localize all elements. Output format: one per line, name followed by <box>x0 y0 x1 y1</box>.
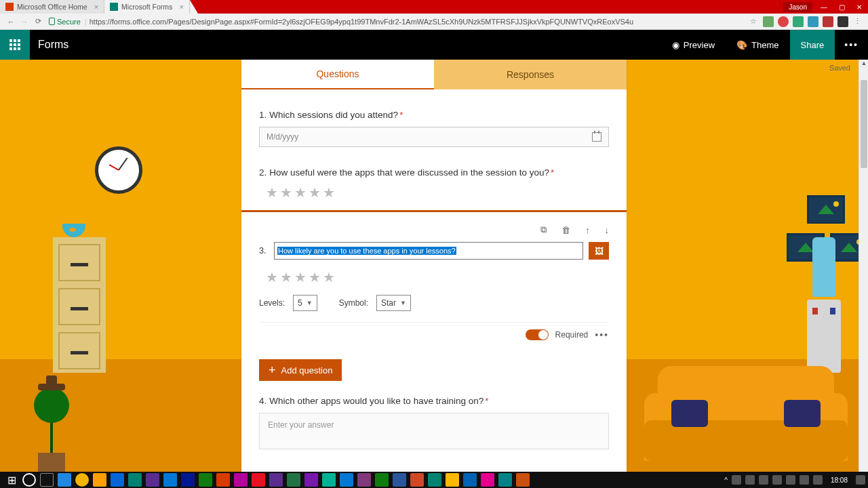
taskbar-app-icon[interactable] <box>304 473 318 487</box>
tray-icon[interactable] <box>745 475 755 485</box>
taskbar-app-icon[interactable] <box>163 473 177 487</box>
app-launcher-button[interactable] <box>0 30 30 60</box>
taskbar-app-icon[interactable] <box>498 473 512 487</box>
taskbar-clock[interactable]: 18:08 <box>831 476 848 484</box>
move-up-button[interactable]: ↑ <box>585 225 590 235</box>
star-icon[interactable]: ★ <box>280 269 292 285</box>
star-icon[interactable]: ★ <box>323 184 335 201</box>
share-button[interactable]: Share <box>790 30 835 60</box>
tab-responses[interactable]: Responses <box>434 60 627 89</box>
tray-battery-icon[interactable] <box>813 475 823 485</box>
scrollbar-thumb[interactable] <box>861 80 867 168</box>
start-button[interactable]: ⊞ <box>5 473 18 487</box>
extension-icon[interactable] <box>837 16 848 27</box>
nav-forward-button[interactable]: → <box>18 18 31 26</box>
window-minimize-button[interactable]: — <box>815 0 833 14</box>
taskbar-app-icon[interactable] <box>340 473 353 487</box>
taskbar-app-icon[interactable] <box>111 473 124 487</box>
nav-back-button[interactable]: ← <box>4 18 18 26</box>
window-maximize-button[interactable]: ▢ <box>833 0 850 14</box>
tray-wifi-icon[interactable] <box>786 475 795 485</box>
taskbar-app-icon[interactable] <box>199 473 212 487</box>
star-icon[interactable]: ★ <box>309 184 321 201</box>
extension-icon[interactable] <box>793 16 804 27</box>
question-number: 4. <box>259 396 267 406</box>
taskbar-app-icon[interactable] <box>463 473 477 487</box>
tray-icon[interactable] <box>759 475 768 485</box>
taskbar-app-icon[interactable] <box>287 473 300 487</box>
header-more-button[interactable]: ••• <box>835 39 868 50</box>
required-toggle[interactable] <box>526 329 549 340</box>
window-close-button[interactable]: ✕ <box>850 0 868 14</box>
taskbar-app-icon[interactable] <box>269 473 283 487</box>
tab-questions[interactable]: Questions <box>241 60 434 89</box>
taskbar-app-icon[interactable] <box>252 473 265 487</box>
star-icon[interactable]: ★ <box>294 269 307 285</box>
star-icon[interactable]: ★ <box>266 269 278 285</box>
url-text[interactable]: https://forms.office.com/Pages/DesignPag… <box>90 18 746 26</box>
text-answer-input[interactable]: Enter your answer <box>259 413 609 449</box>
taskbar-app-icon[interactable] <box>446 473 459 487</box>
star-icon[interactable]: ★ <box>294 184 307 201</box>
star-icon[interactable]: ★ <box>323 269 335 285</box>
scroll-up-button[interactable]: ▲ <box>859 60 868 69</box>
insert-media-button[interactable]: 🖼 <box>589 242 609 260</box>
cortana-button[interactable] <box>22 473 36 487</box>
star-icon[interactable]: ★ <box>266 184 278 201</box>
tab-close-icon[interactable]: × <box>94 3 98 11</box>
taskbar-app-icon[interactable] <box>75 473 89 487</box>
question-1-title[interactable]: 1.Which sessions did you attend?* <box>259 110 609 120</box>
taskbar-app-icon[interactable] <box>375 473 389 487</box>
levels-dropdown[interactable]: 5 ▼ <box>293 295 317 311</box>
add-question-button[interactable]: + Add question <box>259 359 342 381</box>
taskbar-app-icon[interactable] <box>393 473 406 487</box>
taskbar-app-icon[interactable] <box>516 473 530 487</box>
star-icon[interactable]: ★ <box>280 184 292 201</box>
extension-icon[interactable] <box>808 16 818 27</box>
question-more-button[interactable]: ••• <box>595 329 609 340</box>
rating-stars-preview[interactable]: ★★★★★ <box>266 269 609 285</box>
star-icon[interactable]: ★ <box>309 269 321 285</box>
action-center-icon[interactable] <box>856 475 865 485</box>
taskbar-app-icon[interactable] <box>234 473 248 487</box>
symbol-dropdown[interactable]: Star ▼ <box>376 295 411 311</box>
extension-icon[interactable] <box>823 16 833 27</box>
chrome-menu-button[interactable]: ⋮ <box>850 17 864 26</box>
extension-icon[interactable] <box>763 16 774 27</box>
tray-icon[interactable] <box>732 475 741 485</box>
taskbar-app-icon[interactable] <box>146 473 159 487</box>
taskbar-app-icon[interactable] <box>58 473 71 487</box>
tray-icon[interactable] <box>772 475 782 485</box>
taskbar-app-icon[interactable] <box>410 473 424 487</box>
browser-tab-forms[interactable]: Microsoft Forms × <box>104 0 190 14</box>
date-input[interactable]: M/d/yyyy <box>259 127 609 147</box>
question-text-input[interactable]: How likely are you to use these apps in … <box>274 242 583 260</box>
rating-stars[interactable]: ★★★★★ <box>266 184 609 201</box>
extension-icon[interactable] <box>778 16 789 27</box>
taskbar-app-icon[interactable] <box>216 473 230 487</box>
tray-volume-icon[interactable] <box>800 475 809 485</box>
move-down-button[interactable]: ↓ <box>605 225 610 235</box>
delete-question-button[interactable]: 🗑 <box>561 225 570 235</box>
vertical-scrollbar[interactable]: ▲ ▼ <box>859 60 868 488</box>
question-2-title[interactable]: 2.How useful were the apps that were dis… <box>259 167 609 178</box>
browser-tab-office-home[interactable]: Microsoft Office Home × <box>0 0 104 14</box>
taskbar-app-icon[interactable] <box>93 473 106 487</box>
taskbar-app-icon[interactable] <box>128 473 142 487</box>
bookmark-star-icon[interactable]: ☆ <box>750 17 757 26</box>
preview-button[interactable]: ◉ Preview <box>661 30 726 60</box>
taskbar-app-icon[interactable] <box>428 473 441 487</box>
taskbar-app-icon[interactable] <box>357 473 371 487</box>
taskbar-app-icon[interactable] <box>322 473 336 487</box>
tab-close-icon[interactable]: × <box>179 3 183 11</box>
taskbar-app-icon[interactable] <box>181 473 195 487</box>
tray-expand-icon[interactable]: ^ <box>724 476 728 484</box>
theme-button[interactable]: 🎨 Theme <box>726 30 789 60</box>
taskbar-app-icon[interactable] <box>481 473 494 487</box>
task-view-button[interactable] <box>40 473 54 487</box>
nav-reload-button[interactable]: ⟳ <box>31 17 45 26</box>
copy-question-button[interactable]: ⧉ <box>540 224 547 235</box>
symbol-value: Star <box>381 298 396 308</box>
question-4-title[interactable]: 4.Which other apps would you like to hav… <box>259 396 609 406</box>
secure-indicator[interactable]: Secure <box>49 18 81 26</box>
